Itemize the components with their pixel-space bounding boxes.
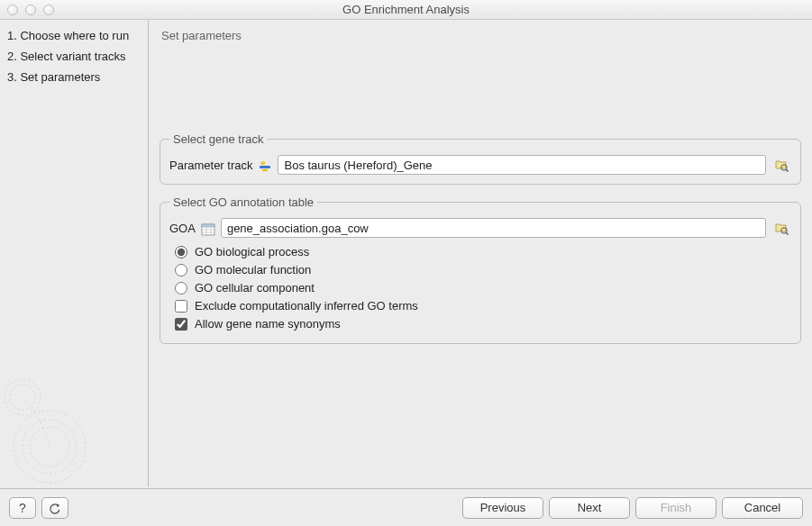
wizard-content: Set parameters Select gene track Paramet…: [149, 20, 812, 487]
svg-rect-6: [262, 169, 268, 171]
svg-point-0: [14, 411, 86, 483]
goa-label: GOA: [169, 222, 196, 235]
radio-biological-process-input[interactable]: [175, 246, 187, 258]
group-select-go-annotation: Select GO annotation table GOA: [160, 195, 801, 344]
svg-line-8: [786, 169, 788, 171]
window-title: GO Enrichment Analysis: [0, 3, 812, 16]
svg-point-1: [23, 420, 77, 474]
check-exclude-inferred[interactable]: Exclude computationally inferred GO term…: [175, 299, 791, 313]
window-controls: [7, 5, 54, 15]
previous-button[interactable]: Previous: [462, 497, 543, 519]
help-icon: ?: [19, 501, 26, 515]
svg-point-3: [5, 379, 41, 415]
close-window-icon[interactable]: [7, 5, 18, 15]
radio-molecular-function-label[interactable]: GO molecular function: [195, 263, 311, 277]
wizard-steps-sidebar: 1. Choose where to run 2. Select variant…: [0, 20, 149, 487]
radio-cellular-component[interactable]: GO cellular component: [175, 281, 791, 295]
zoom-window-icon[interactable]: [43, 5, 54, 15]
svg-point-4: [10, 385, 35, 410]
next-button[interactable]: Next: [549, 497, 630, 519]
check-allow-synonyms-input[interactable]: [175, 318, 187, 331]
minimize-window-icon[interactable]: [25, 5, 36, 15]
parameter-track-label: Parameter track: [169, 159, 252, 172]
table-icon: [201, 222, 215, 233]
reset-button[interactable]: [41, 497, 68, 519]
radio-molecular-function-input[interactable]: [175, 264, 187, 277]
page-title: Set parameters: [161, 29, 805, 42]
group-legend-go-anno: Select GO annotation table: [169, 195, 317, 209]
undo-arrow-icon: [48, 501, 62, 515]
wizard-footer: ? Previous Next Finish Cancel: [0, 488, 812, 526]
goa-input[interactable]: [221, 218, 766, 238]
check-allow-synonyms-label[interactable]: Allow gene name synonyms: [195, 317, 341, 331]
svg-line-16: [786, 232, 788, 234]
svg-rect-10: [202, 224, 214, 227]
radio-cellular-component-input[interactable]: [175, 282, 187, 295]
browse-goa-button[interactable]: [771, 219, 791, 237]
wizard-step-1: 1. Choose where to run: [7, 29, 141, 42]
check-exclude-inferred-input[interactable]: [175, 300, 187, 313]
browse-track-button[interactable]: [771, 156, 791, 174]
parameter-track-input[interactable]: [278, 155, 766, 175]
group-select-gene-track: Select gene track Parameter track: [160, 132, 801, 185]
group-legend-gene-track: Select gene track: [169, 132, 267, 146]
wizard-step-2: 2. Select variant tracks: [7, 50, 141, 63]
track-icon: [258, 159, 272, 170]
svg-point-2: [30, 427, 69, 467]
wizard-step-3: 3. Set parameters: [7, 70, 141, 84]
check-exclude-inferred-label[interactable]: Exclude computationally inferred GO term…: [195, 299, 418, 313]
check-allow-synonyms[interactable]: Allow gene name synonyms: [175, 317, 791, 331]
decorative-swirl-icon: [0, 343, 144, 496]
radio-biological-process[interactable]: GO biological process: [175, 245, 791, 258]
help-button[interactable]: ?: [9, 497, 36, 519]
titlebar: GO Enrichment Analysis: [0, 0, 812, 20]
radio-cellular-component-label[interactable]: GO cellular component: [195, 281, 315, 295]
main-area: 1. Choose where to run 2. Select variant…: [0, 20, 812, 487]
cancel-button[interactable]: Cancel: [722, 497, 803, 519]
radio-biological-process-label[interactable]: GO biological process: [195, 245, 309, 258]
finish-button: Finish: [635, 497, 716, 519]
radio-molecular-function[interactable]: GO molecular function: [175, 263, 791, 277]
svg-rect-5: [260, 166, 270, 168]
svg-marker-17: [56, 503, 59, 507]
